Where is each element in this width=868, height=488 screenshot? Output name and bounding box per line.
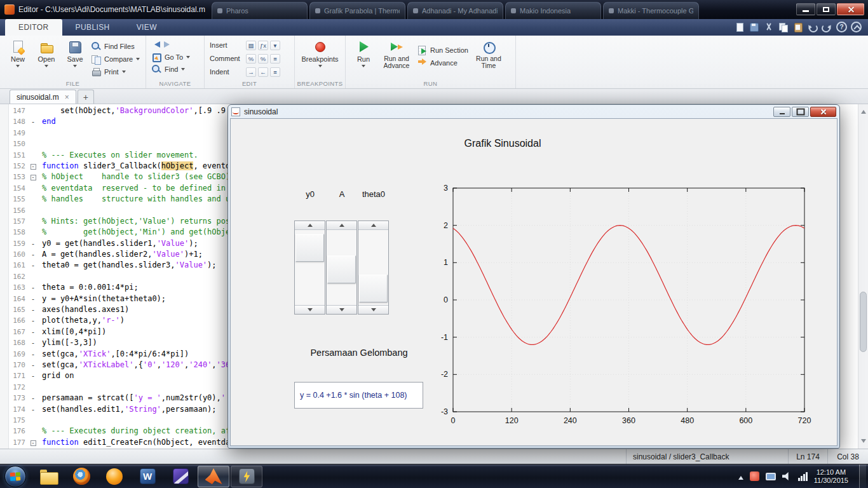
comment-icon[interactable]: % bbox=[246, 54, 256, 64]
tab-publish[interactable]: PUBLISH bbox=[62, 19, 123, 36]
compare-button[interactable]: Compare bbox=[91, 54, 140, 64]
insert-section-icon[interactable]: ▤ bbox=[246, 41, 256, 50]
compare-icon bbox=[91, 54, 101, 64]
new-tab-button[interactable]: + bbox=[78, 90, 94, 104]
new-document-icon[interactable] bbox=[734, 22, 745, 32]
cut-icon[interactable] bbox=[763, 22, 774, 32]
hidden-icons-chevron[interactable] bbox=[738, 473, 743, 480]
browser-tab[interactable]: Adhanadi - My Adhanadi - S... bbox=[407, 2, 503, 19]
taskbar-item-matlab[interactable] bbox=[198, 466, 229, 487]
scroll-down-icon[interactable] bbox=[861, 439, 866, 445]
save-disk-icon bbox=[68, 40, 82, 54]
slider-down-button[interactable] bbox=[358, 305, 388, 314]
run-and-time-button[interactable]: Run and Time bbox=[471, 37, 506, 79]
maximize-button[interactable] bbox=[817, 3, 836, 15]
figure-maximize-button[interactable] bbox=[792, 107, 809, 117]
equation-text: y = 0.4 +1.6 * sin (theta + 108) bbox=[300, 391, 407, 400]
scrollbar-thumb[interactable] bbox=[860, 292, 867, 352]
slider1[interactable] bbox=[294, 220, 325, 315]
minimize-button[interactable] bbox=[796, 3, 815, 15]
goto-button[interactable]: Go To bbox=[151, 52, 199, 62]
redo-icon[interactable] bbox=[822, 22, 832, 32]
paste-icon[interactable] bbox=[792, 22, 803, 32]
start-button[interactable] bbox=[4, 466, 26, 487]
navigate-back-icon[interactable] bbox=[151, 41, 160, 48]
taskbar-item-browser[interactable] bbox=[98, 466, 130, 487]
tab-view[interactable]: VIEW bbox=[123, 19, 170, 36]
save-button[interactable]: Save bbox=[62, 37, 88, 79]
maximize-icon bbox=[823, 7, 829, 12]
equation-textbox[interactable]: y = 0.4 +1.6 * sin (theta + 108) bbox=[294, 382, 423, 409]
taskbar-item-explorer[interactable] bbox=[32, 466, 64, 487]
figure-titlebar[interactable]: sinusoidal bbox=[228, 105, 839, 118]
matlab-titlebar[interactable]: Pharos Grafik Parabola | Thermo... Adhan… bbox=[0, 0, 868, 19]
run-and-advance-button[interactable]: Run and Advance bbox=[379, 37, 414, 79]
slider-thumb[interactable] bbox=[359, 274, 388, 302]
figure-title: sinusoidal bbox=[244, 107, 770, 116]
indent-left-icon[interactable]: ← bbox=[258, 67, 268, 77]
editor-scrollbar[interactable] bbox=[858, 104, 868, 449]
slider-thumb[interactable] bbox=[327, 255, 356, 283]
run-button[interactable]: Run bbox=[351, 37, 376, 79]
help-icon[interactable] bbox=[836, 22, 847, 32]
ribbon-group-breakpoints: Breakpoints BREAKPOINTS bbox=[295, 36, 346, 88]
taskbar-item-design-app[interactable] bbox=[165, 466, 196, 487]
slider-down-button[interactable] bbox=[327, 305, 356, 314]
uncomment-icon[interactable]: ≡ bbox=[270, 54, 280, 64]
window-title: Editor - C:\Users\Adi\Documents\MATLAB\s… bbox=[18, 5, 205, 14]
breakpoint-alley[interactable] bbox=[0, 104, 9, 449]
slider-up-button[interactable] bbox=[358, 221, 388, 230]
browser-tab[interactable]: Makio Indonesia bbox=[505, 2, 601, 19]
figure-window[interactable]: sinusoidal Grafik Sinusoidal y0 A theta0 bbox=[227, 104, 840, 449]
breakpoints-button[interactable]: Breakpoints bbox=[300, 37, 340, 79]
close-button[interactable] bbox=[837, 3, 864, 15]
close-tab-icon[interactable]: × bbox=[65, 93, 69, 102]
advance-button[interactable]: Advance bbox=[417, 58, 468, 68]
smart-indent-icon[interactable]: ≡ bbox=[270, 67, 280, 77]
figure-close-button[interactable] bbox=[810, 107, 836, 117]
find-button[interactable]: Find bbox=[151, 64, 199, 74]
slider-down-button[interactable] bbox=[295, 305, 325, 314]
slider-thumb[interactable] bbox=[295, 234, 324, 262]
slider3[interactable] bbox=[358, 220, 389, 315]
insert-function-icon[interactable]: ƒx bbox=[258, 41, 268, 50]
dropdown-caret-icon bbox=[44, 65, 48, 69]
find-files-button[interactable]: Find Files bbox=[91, 41, 140, 51]
taskbar-clock[interactable]: 12:10 AM 11/30/2015 bbox=[814, 468, 848, 485]
favicon bbox=[217, 8, 222, 13]
y-tick-label: -1 bbox=[441, 333, 448, 342]
button-label: Run Section bbox=[430, 46, 468, 54]
navigate-forward-icon[interactable] bbox=[164, 41, 173, 48]
run-section-button[interactable]: Run Section bbox=[417, 45, 468, 55]
collapse-ribbon-icon[interactable] bbox=[851, 22, 862, 32]
new-button[interactable]: New bbox=[5, 37, 31, 79]
taskbar-item-word[interactable] bbox=[132, 466, 163, 487]
indent-right-icon[interactable]: → bbox=[246, 67, 256, 77]
block-comment-icon[interactable]: % bbox=[258, 54, 268, 64]
browser-tab[interactable]: Makki - Thermocouple Grou... bbox=[603, 2, 699, 19]
volume-icon[interactable] bbox=[782, 472, 792, 480]
slider-up-button[interactable] bbox=[295, 221, 325, 230]
browser-tab[interactable]: Pharos bbox=[212, 2, 308, 19]
taskbar-item-firefox[interactable] bbox=[65, 466, 97, 487]
print-button[interactable]: Print bbox=[91, 67, 140, 77]
figure-minimize-button[interactable] bbox=[773, 107, 790, 117]
slider2[interactable] bbox=[326, 220, 357, 315]
slider-up-button[interactable] bbox=[327, 221, 356, 230]
insert-more-icon[interactable]: ▾ bbox=[270, 41, 280, 50]
show-desktop-button[interactable] bbox=[859, 464, 866, 488]
button-label: New bbox=[11, 55, 25, 63]
undo-icon[interactable] bbox=[807, 22, 818, 32]
open-button[interactable]: Open bbox=[34, 37, 59, 79]
y-tick-label: 1 bbox=[444, 258, 448, 267]
browser-tab[interactable]: Grafik Parabola | Thermo... bbox=[309, 2, 405, 19]
tab-editor[interactable]: EDITOR bbox=[5, 19, 62, 36]
document-tab-sinusoidal[interactable]: sinusoidal.m × bbox=[10, 90, 76, 104]
save-icon[interactable] bbox=[749, 22, 759, 32]
display-tray-icon[interactable] bbox=[766, 473, 776, 480]
network-icon[interactable] bbox=[798, 472, 808, 481]
taskbar-item-utility[interactable] bbox=[231, 466, 262, 487]
scroll-up-icon[interactable] bbox=[861, 107, 866, 114]
tray-app-icon[interactable] bbox=[750, 471, 759, 481]
copy-icon[interactable] bbox=[778, 22, 789, 32]
